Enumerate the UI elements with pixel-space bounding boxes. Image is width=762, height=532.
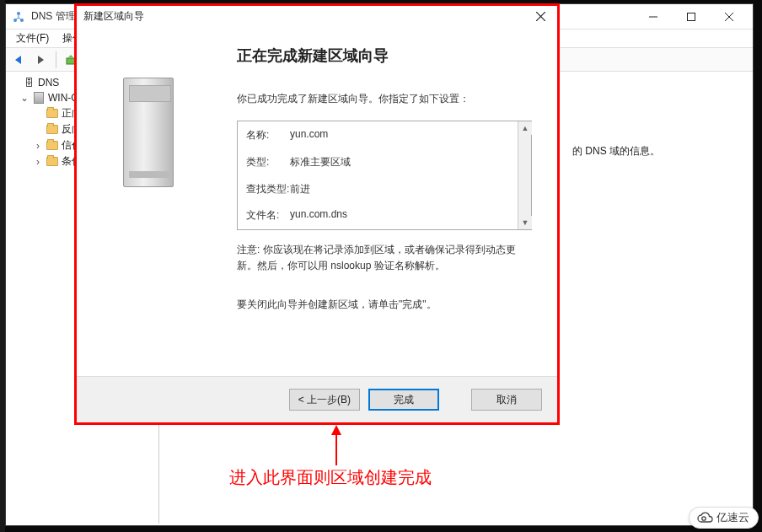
summary-row-name: 名称: yun.com [246, 128, 514, 142]
summary-type-label: 类型: [246, 155, 290, 169]
svg-point-13 [702, 517, 706, 520]
watermark: 亿速云 [689, 507, 759, 529]
wizard-content: 正在完成新建区域向导 你已成功完成了新建区域向导。你指定了如下设置： 名称: y… [228, 27, 557, 376]
toolbar-separator [56, 51, 56, 68]
summary-row-file: 文件名: yun.com.dns [246, 208, 514, 223]
folder-icon [46, 123, 59, 137]
minimize-button[interactable] [634, 5, 672, 29]
server-icon [32, 91, 46, 105]
summary-row-lookup: 查找类型: 前进 [246, 182, 514, 196]
wizard-close-button[interactable] [525, 7, 555, 26]
expand-icon[interactable]: › [33, 140, 43, 152]
wizard-sidebar-image [77, 27, 228, 376]
server-image [115, 69, 190, 196]
summary-scrollbar[interactable]: ▲ ▼ [518, 121, 531, 229]
folder-icon [46, 155, 59, 169]
cancel-button[interactable]: 取消 [471, 389, 542, 411]
menu-file[interactable]: 文件(F) [11, 30, 54, 47]
wizard-title: 新建区域向导 [83, 9, 525, 24]
maximize-button[interactable] [672, 5, 710, 29]
summary-row-type: 类型: 标准主要区域 [246, 155, 514, 169]
folder-icon [46, 139, 59, 153]
new-zone-wizard-dialog: 新建区域向导 正在完成新建区域向导 你已成功完成了新建区域向导。你指定了如下设置… [74, 3, 560, 425]
wizard-titlebar: 新建区域向导 [77, 6, 557, 27]
wizard-intro: 你已成功完成了新建区域向导。你指定了如下设置： [237, 91, 532, 107]
wizard-close-hint: 要关闭此向导并创建新区域，请单击"完成"。 [237, 297, 532, 313]
finish-button[interactable]: 完成 [368, 389, 439, 411]
summary-file-value: yun.com.dns [290, 208, 347, 223]
wizard-note: 注意: 你应该现在将记录添加到区域，或者确保记录得到动态更新。然后，你可以用 n… [237, 242, 532, 274]
summary-lookup-value: 前进 [290, 182, 310, 196]
summary-name-label: 名称: [246, 128, 290, 142]
expand-icon[interactable]: › [33, 156, 43, 168]
forward-button[interactable] [31, 50, 51, 70]
summary-name-value: yun.com [290, 128, 328, 142]
tree-label: DNS [38, 77, 59, 89]
back-button[interactable] [9, 50, 30, 70]
dns-icon: 🗄 [22, 76, 35, 89]
summary-lookup-label: 查找类型: [246, 182, 290, 196]
right-pane-text: 的 DNS 域的信息。 [572, 144, 660, 159]
scroll-up-icon[interactable]: ▲ [518, 121, 532, 135]
parent-window-controls [634, 5, 748, 29]
wizard-body: 正在完成新建区域向导 你已成功完成了新建区域向导。你指定了如下设置： 名称: y… [77, 27, 557, 377]
close-button[interactable] [710, 5, 748, 29]
watermark-text: 亿速云 [716, 510, 749, 525]
summary-type-value: 标准主要区域 [290, 155, 351, 169]
summary-file-label: 文件名: [246, 208, 290, 223]
scroll-down-icon[interactable]: ▼ [518, 216, 532, 229]
cloud-icon [696, 511, 713, 524]
wizard-summary-box: 名称: yun.com 类型: 标准主要区域 查找类型: 前进 文件名: yun… [237, 121, 532, 230]
folder-icon [46, 107, 59, 121]
svg-point-0 [17, 12, 20, 15]
back-button[interactable]: < 上一步(B) [289, 389, 360, 411]
collapse-icon[interactable]: ⌄ [19, 92, 30, 104]
svg-rect-4 [687, 13, 695, 20]
wizard-heading: 正在完成新建区域向导 [237, 46, 532, 66]
wizard-footer: < 上一步(B) 完成 取消 [77, 377, 557, 422]
app-icon [11, 9, 26, 24]
